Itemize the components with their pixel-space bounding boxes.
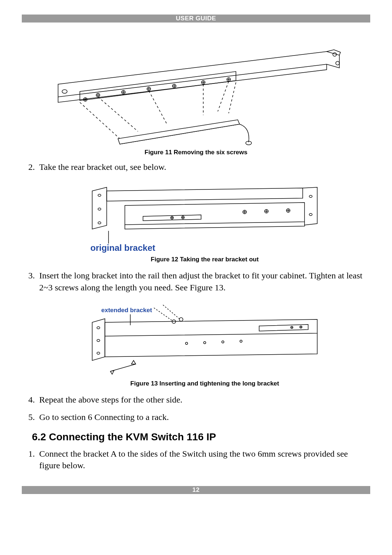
- svg-point-13: [98, 222, 101, 224]
- header-bar: USER GUIDE: [22, 15, 370, 23]
- svg-point-20: [309, 213, 312, 216]
- figure-13-diagram: extended bracket: [89, 301, 321, 377]
- figure-11: [22, 30, 370, 146]
- step-2: Take the rear bracket out, see below.: [37, 161, 370, 264]
- page-number: 12: [192, 486, 200, 493]
- svg-point-8: [62, 90, 67, 93]
- figure-12: original bracket: [39, 180, 370, 253]
- svg-point-29: [222, 341, 224, 343]
- figure-13-caption: Figure 13 Inserting and tightening the l…: [39, 380, 370, 388]
- svg-point-19: [309, 195, 312, 197]
- footer-bar: 12: [22, 486, 370, 494]
- svg-point-11: [98, 194, 101, 196]
- svg-point-27: [185, 342, 188, 344]
- step-4: Repeat the above steps for the other sid…: [37, 394, 370, 405]
- step-3-text: Insert the long bracket into the rail th…: [39, 271, 362, 292]
- header-label: USER GUIDE: [176, 15, 216, 22]
- svg-point-24: [97, 352, 100, 354]
- step-5-text: Go to section 6 Connecting to a rack.: [39, 412, 169, 422]
- figure-13: extended bracket: [39, 301, 370, 377]
- figure-12-caption: Figure 12 Taking the rear bracket out: [39, 256, 370, 264]
- step-4-text: Repeat the above steps for the other sid…: [39, 395, 183, 404]
- svg-point-30: [240, 340, 242, 342]
- step-3: Insert the long bracket into the rail th…: [37, 270, 370, 388]
- step-b1: Connect the bracket A to the sides of th…: [37, 448, 370, 472]
- svg-point-23: [97, 339, 100, 342]
- svg-point-32: [179, 318, 183, 321]
- step-5: Go to section 6 Connecting to a rack.: [37, 411, 370, 423]
- figure-12-annotation: original bracket: [90, 243, 155, 253]
- steps-list-b: Connect the bracket A to the sides of th…: [22, 448, 370, 472]
- section-heading: 6.2 Connecting the KVM Switch 116 IP: [32, 431, 370, 443]
- svg-point-28: [204, 342, 206, 344]
- steps-list-a: Take the rear bracket out, see below.: [22, 161, 370, 423]
- svg-point-7: [336, 61, 339, 65]
- step-b1-text: Connect the bracket A to the sides of th…: [39, 449, 348, 470]
- figure-11-caption: Figure 11 Removing the six screws: [22, 149, 370, 156]
- step-2-text: Take the rear bracket out, see below.: [39, 162, 166, 172]
- figure-11-diagram: [47, 30, 345, 146]
- figure-13-annotation: extended bracket: [101, 307, 152, 314]
- svg-point-12: [98, 208, 101, 210]
- figure-12-diagram: original bracket: [89, 180, 321, 253]
- svg-point-22: [97, 327, 100, 329]
- page: USER GUIDE: [0, 0, 392, 505]
